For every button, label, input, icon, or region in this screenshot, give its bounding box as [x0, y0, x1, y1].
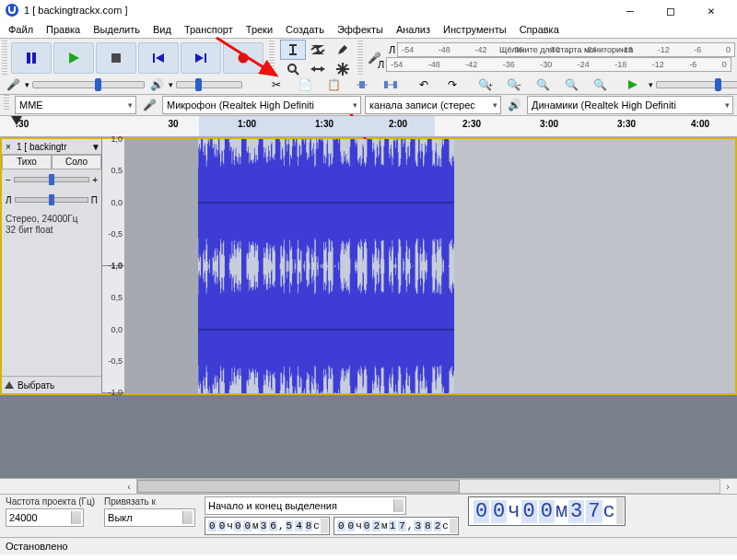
track-close-button[interactable]: × [2, 142, 15, 152]
menu-Анализ[interactable]: Анализ [390, 23, 437, 36]
svg-rect-28 [393, 81, 397, 88]
mic-icon: 🎤 [4, 76, 22, 93]
gain-slider[interactable]: −+ [2, 169, 101, 190]
play-at-speed-button[interactable] [620, 75, 646, 95]
svg-point-8 [239, 53, 249, 64]
toolbars: 🎤 Л -54-48-42-36-30-24-18-12-60 Щёлкните… [0, 38, 737, 95]
pan-slider[interactable]: ЛП [2, 190, 101, 210]
trim-button[interactable] [349, 75, 375, 95]
rec-meter-L: Л [389, 44, 395, 55]
menu-Инструменты[interactable]: Инструменты [437, 23, 513, 36]
silence-button[interactable] [378, 75, 404, 95]
svg-marker-5 [156, 53, 164, 63]
device-toolbar: MME 🎤 Микрофон (Realtek High Definiti ка… [0, 95, 737, 116]
menu-Эффекты[interactable]: Эффекты [331, 23, 390, 36]
fit-selection-button[interactable]: 🔍 [530, 75, 556, 95]
menu-Создать[interactable]: Создать [279, 23, 331, 36]
status-text: Остановлено [6, 541, 68, 552]
solo-button[interactable]: Соло [52, 155, 101, 169]
track-name[interactable]: 1 [ backingtr [15, 142, 90, 152]
svg-rect-4 [153, 53, 155, 63]
svg-point-15 [288, 64, 296, 72]
skip-start-button[interactable] [138, 42, 179, 74]
maximize-button[interactable]: □ [650, 0, 691, 20]
recording-volume-slider[interactable] [32, 81, 145, 88]
menu-Выделить[interactable]: Выделить [87, 23, 146, 36]
track-menu-button[interactable]: ▼ [90, 142, 101, 152]
mute-button[interactable]: Тихо [2, 155, 52, 169]
snap-to-label: Привязать к [104, 496, 195, 507]
selection-tool[interactable] [280, 40, 306, 60]
window-title: 1 [ backingtrackx.com ] [24, 5, 128, 16]
playback-device-combo[interactable]: Динамики (Realtek High Definiti [527, 96, 733, 114]
play-meter-L: Л [378, 59, 384, 70]
pause-button[interactable] [11, 42, 52, 74]
title-bar: 1 [ backingtrackx.com ] — □ × [0, 0, 737, 21]
zoom-toggle-button[interactable]: 🔍 [587, 75, 613, 95]
selection-end-field[interactable]: 00ч02м17,382с [333, 517, 459, 535]
track-control-panel: × 1 [ backingtr ▼ Тихо Соло −+ ЛП Стерео… [2, 139, 102, 393]
svg-rect-10 [289, 44, 297, 46]
waveform-area[interactable] [124, 139, 735, 393]
svg-rect-7 [205, 53, 206, 63]
empty-track-area[interactable] [0, 395, 737, 478]
menu-Файл[interactable]: Файл [2, 23, 40, 36]
recording-device-combo[interactable]: Микрофон (Realtek High Definiti [162, 96, 361, 114]
svg-rect-11 [289, 53, 297, 55]
menu-Справка[interactable]: Справка [513, 23, 566, 36]
selection-start-field[interactable]: 00ч00м36,548с [205, 517, 330, 535]
menu-bar: ФайлПравкаВыделитьВидТранспортТрекиСозда… [0, 21, 737, 38]
audio-position-field[interactable]: 00ч00м37с [468, 496, 626, 526]
zoom-in-button[interactable]: 🔍+ [473, 75, 498, 95]
svg-marker-2 [69, 52, 79, 64]
recording-channels-combo[interactable]: канала записи (стерес [365, 96, 501, 114]
envelope-tool[interactable] [305, 40, 331, 60]
project-rate-combo[interactable]: 24000 [6, 508, 84, 527]
snap-to-combo[interactable]: Выкл [104, 508, 195, 527]
svg-marker-14 [338, 45, 347, 54]
minimize-button[interactable]: — [610, 0, 650, 20]
tools-toolbar [280, 40, 354, 77]
copy-button[interactable]: 📄 [292, 75, 318, 95]
speaker-icon: 🔊 [147, 76, 166, 93]
svg-marker-6 [195, 53, 204, 63]
skip-end-button[interactable] [181, 42, 221, 74]
playback-meter[interactable]: -54-48-42-36-30-24-18-12-60 [386, 57, 731, 72]
menu-Треки[interactable]: Треки [240, 23, 279, 36]
menu-Вид[interactable]: Вид [146, 23, 178, 36]
track-format-info: Стерео, 24000Гц32 бит float [2, 210, 101, 239]
horizontal-scrollbar[interactable]: ‹› [0, 478, 737, 495]
undo-button[interactable]: ↶ [411, 75, 437, 95]
selection-bar: Частота проекта (Гц) 24000 Привязать к В… [0, 495, 737, 538]
stop-button[interactable] [96, 42, 136, 74]
selection-mode-combo[interactable]: Начало и конец выделения [205, 496, 406, 515]
play-button[interactable] [53, 42, 94, 74]
edit-toolbar: ✂ 📄 📋 [263, 74, 404, 96]
svg-rect-27 [384, 81, 388, 88]
draw-tool[interactable] [330, 40, 356, 60]
playback-volume-slider[interactable] [176, 81, 242, 88]
project-rate-label: Частота проекта (Гц) [6, 496, 95, 507]
cut-button[interactable]: ✂ [263, 75, 289, 95]
track-area: × 1 [ backingtr ▼ Тихо Соло −+ ЛП Стерео… [0, 137, 737, 395]
menu-Правка[interactable]: Правка [40, 23, 87, 36]
fit-project-button[interactable]: 🔍 [558, 75, 584, 95]
app-icon [6, 4, 18, 17]
play-speed-slider[interactable] [656, 81, 737, 88]
audio-host-combo[interactable]: MME [15, 96, 136, 114]
record-meter[interactable]: -54-48-42-36-30-24-18-12-60 Щёлкните для… [397, 42, 735, 57]
amplitude-scale: 1,00,50,0-0,5-1,0 1,00,50,0-0,5-1,0 [102, 139, 124, 393]
zoom-out-button[interactable]: 🔍− [501, 75, 527, 95]
svg-rect-0 [27, 52, 30, 64]
track-collapse-button[interactable] [5, 381, 14, 389]
record-button[interactable] [223, 42, 263, 74]
transport-toolbar [9, 42, 265, 74]
paste-button[interactable]: 📋 [321, 75, 346, 95]
menu-Транспорт[interactable]: Транспорт [178, 23, 240, 36]
redo-button[interactable]: ↷ [439, 75, 465, 95]
svg-rect-3 [111, 53, 121, 63]
track-select-button[interactable]: Выбрать [18, 380, 54, 391]
close-button[interactable]: × [691, 0, 731, 20]
svg-marker-30 [628, 80, 638, 89]
svg-rect-24 [359, 81, 365, 88]
